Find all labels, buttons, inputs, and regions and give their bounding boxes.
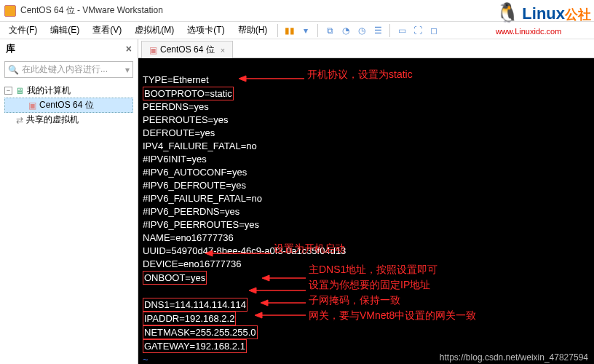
revert-icon[interactable]: ◷ [355,23,369,38]
term-line: PEERROUTES=yes [143,114,228,125]
main-area: 库 × 🔍 在此处键入内容进行... ▾ − 🖥 我的计算机 ▣ CentOS … [0,39,594,364]
annotation: 设置为你想要的固定IP地址 [309,279,430,291]
term-line-boxed: GATEWAY=192.168.2.1 [143,339,247,353]
separator [389,24,390,37]
svg-marker-3 [205,250,213,256]
vm-tab[interactable]: ▣ CentOS 64 位 × [141,41,233,58]
fullscreen-icon[interactable]: ⛶ [411,23,425,38]
term-line: NAME=eno16777736 [143,232,234,243]
arrow-icon [239,74,304,83]
library-tree: − 🖥 我的计算机 ▣ CentOS 64 位 ⇄ 共享的虚拟机 [0,81,138,130]
annotation: 主DNS1地址，按照设置即可 [309,264,437,276]
chevron-down-icon[interactable]: ▾ [125,65,130,75]
unity-icon[interactable]: ◻ [427,23,441,38]
annotation: 设置为开机启动 [274,242,345,255]
shared-icon: ⇄ [16,115,23,125]
term-line: #IPV6_PEERDNS=yes [143,206,239,217]
term-line: TYPE=Ethernet [143,74,209,85]
sidebar-header: 库 × [0,39,138,58]
wm-url: www.Linuxidc.com [496,27,561,36]
pause-icon[interactable]: ▮▮ [282,23,297,38]
tree-label: 共享的虚拟机 [26,114,79,126]
arrow-icon [249,286,306,295]
sidebar-title: 库 [6,42,15,55]
arrow-icon [255,311,306,320]
tab-label: CentOS 64 位 [160,44,215,56]
separator [317,24,318,37]
wm-brand2: 公社 [565,7,591,22]
arrow-icon [205,249,271,258]
tab-bar: ▣ CentOS 64 位 × [138,39,594,58]
close-icon[interactable]: × [221,46,225,55]
window-title: CentOS 64 位 - VMware Workstation [20,4,163,17]
term-line: DEVICE=eno16777736 [143,258,242,269]
close-icon[interactable]: × [126,43,132,55]
svg-marker-11 [255,312,262,318]
search-icon: 🔍 [8,65,19,75]
term-line-boxed: BOOTPROTO=static [143,87,234,100]
annotation: 开机协议，设置为static [307,68,413,81]
term-line: #IPV6INIT=yes [143,154,207,165]
tree-root[interactable]: − 🖥 我的计算机 [4,84,133,98]
arrow-icon [262,274,306,282]
svg-marker-7 [249,288,256,293]
term-line: IPV4_FAILURE_FATAL=no [143,141,257,151]
terminal-view[interactable]: TYPE=Ethernet BOOTPROTO=static PEERDNS=y… [138,58,594,364]
collapse-icon[interactable]: − [4,87,12,95]
search-input[interactable]: 🔍 在此处键入内容进行... ▾ [4,61,133,78]
tree-label: CentOS 64 位 [39,99,94,111]
term-line: #IPV6_DEFROUTE=yes [143,180,246,191]
menu-file[interactable]: 文件(F) [3,23,43,38]
menu-edit[interactable]: 编辑(E) [44,23,85,38]
tree-label: 我的计算机 [27,84,71,97]
dropdown-icon[interactable]: ▾ [298,23,313,38]
menu-tabs[interactable]: 选项卡(T) [181,23,230,38]
term-line: #IPV6_AUTOCONF=yes [143,167,247,178]
term-line: DEFROUTE=yes [143,127,215,138]
menu-view[interactable]: 查看(V) [87,23,127,38]
menu-vm[interactable]: 虚拟机(M) [129,23,180,38]
tree-shared[interactable]: ⇄ 共享的虚拟机 [4,113,133,127]
vm-icon: ▣ [149,45,157,55]
library-sidebar: 库 × 🔍 在此处键入内容进行... ▾ − 🖥 我的计算机 ▣ CentOS … [0,39,138,364]
term-line-boxed: NETMASK=255.255.255.0 [143,325,258,339]
vm-icon: ▣ [28,100,36,111]
app-icon [4,5,16,17]
svg-marker-9 [261,300,268,306]
svg-marker-1 [239,76,246,82]
term-line-boxed: ONBOOT=yes [143,271,207,285]
annotation: 子网掩码，保持一致 [309,294,400,306]
term-line: #IPV6_PEERROUTES=yes [143,219,259,230]
tree-vm-item[interactable]: ▣ CentOS 64 位 [4,98,133,113]
footer-url: https://blog.csdn.net/weixin_47827594 [440,352,588,363]
send-keys-icon[interactable]: ⧉ [322,23,337,38]
term-line: PEERDNS=yes [143,101,209,112]
wm-brand: Linux [522,4,565,23]
watermark: 🐧 Linux公社 www.Linuxidc.com [496,1,591,37]
term-tilde: ~ [143,354,148,364]
snapshot-icon[interactable]: ◔ [338,23,353,38]
fit-icon[interactable]: ▭ [395,23,409,38]
manage-icon[interactable]: ☰ [371,23,385,38]
search-placeholder: 在此处键入内容进行... [22,63,108,76]
term-line: #IPV6_FAILURE_FATAL=no [143,193,262,204]
arrow-icon [261,298,306,307]
computer-icon: 🖥 [15,86,24,96]
menu-help[interactable]: 帮助(H) [232,23,274,38]
term-line-boxed: DNS1=114.114.114.114 [143,298,248,312]
svg-marker-5 [262,275,269,281]
annotation: 网关，要与VMnet8中设置的网关一致 [309,309,476,322]
content-area: ▣ CentOS 64 位 × TYPE=Ethernet BOOTPROTO=… [138,39,594,364]
separator [277,24,278,37]
term-line-boxed: IPADDR=192.168.2.2 [143,312,236,325]
